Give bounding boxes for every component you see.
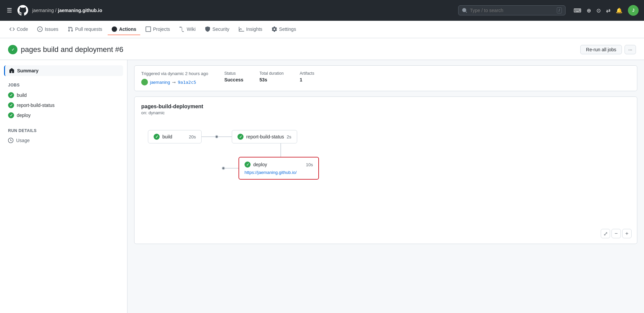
sidebar-job-report-build-status[interactable]: ✓ report-build-status bbox=[4, 100, 123, 110]
topbar-icons: ⌨ ⊕ ⊙ ⇄ 🔔 J bbox=[574, 5, 639, 16]
deploy-node-check: ✓ bbox=[245, 162, 251, 168]
duration-label: Total duration bbox=[260, 71, 284, 76]
terminal-icon[interactable]: ⌨ bbox=[574, 7, 581, 14]
sidebar: Summary Jobs ✓ build ✓ report-build-stat… bbox=[0, 60, 127, 313]
usage-label: Usage bbox=[16, 138, 30, 143]
report-node-time: 2s bbox=[287, 134, 291, 139]
rerun-all-jobs-button[interactable]: Re-run all jobs bbox=[580, 45, 622, 54]
report-node-label: report-build-status bbox=[246, 134, 284, 139]
vertical-connector bbox=[280, 143, 281, 157]
trigger-user-commit: jaemaning ⊸ 9a1a2c5 bbox=[141, 79, 208, 85]
main-layout: Summary Jobs ✓ build ✓ report-build-stat… bbox=[0, 60, 644, 313]
search-icon bbox=[462, 8, 467, 13]
repo-owner[interactable]: jaemaning bbox=[32, 8, 54, 13]
repo-name[interactable]: jaemaning.github.io bbox=[58, 8, 102, 13]
deploy-node-label: deploy bbox=[253, 162, 303, 167]
sidebar-summary-label: Summary bbox=[17, 68, 39, 73]
job-row-1: ✓ build 20s ✓ report-build-status 2s bbox=[148, 130, 630, 143]
tab-actions[interactable]: Actions bbox=[108, 24, 140, 35]
home-icon bbox=[9, 68, 14, 73]
jobs-section-title: Jobs bbox=[4, 81, 123, 89]
sidebar-job-build-label: build bbox=[17, 92, 27, 98]
nav-tabs: Code Issues Pull requests Actions Projec… bbox=[0, 21, 644, 38]
run-details-section: Run details Usage bbox=[4, 127, 123, 145]
pr-icon bbox=[68, 26, 73, 32]
tab-insights[interactable]: Insights bbox=[235, 24, 266, 35]
github-logo bbox=[17, 5, 28, 16]
sidebar-summary-item[interactable]: Summary bbox=[4, 65, 123, 76]
deploy-success-icon: ✓ bbox=[8, 112, 14, 118]
run-details-title: Run details bbox=[4, 127, 123, 134]
plus-menu-icon[interactable]: ⊕ bbox=[587, 7, 591, 14]
zoom-in-button[interactable]: + bbox=[622, 229, 632, 238]
workflow-graph-card: pages-build-deployment on: dynamic ✓ bui… bbox=[134, 97, 637, 244]
zoom-expand-button[interactable]: ⤢ bbox=[601, 229, 610, 238]
job-node-build[interactable]: ✓ build 20s bbox=[148, 130, 202, 143]
insights-icon bbox=[239, 26, 244, 32]
tab-security[interactable]: Security bbox=[201, 24, 233, 35]
build-node-label: build bbox=[162, 134, 186, 139]
trigger-text: Triggered via dynamic 2 hours ago bbox=[141, 71, 208, 76]
trigger-info: Triggered via dynamic 2 hours ago jaeman… bbox=[141, 71, 208, 85]
job-node-report-build-status[interactable]: ✓ report-build-status 2s bbox=[232, 130, 297, 143]
actions-icon bbox=[112, 26, 117, 32]
job-node-deploy[interactable]: ✓ deploy 10s https://jaemaning.github.io… bbox=[238, 157, 319, 180]
trigger-user-name[interactable]: jaemaning bbox=[150, 80, 170, 85]
zoom-controls: ⤢ − + bbox=[601, 229, 632, 238]
tab-code[interactable]: Code bbox=[5, 24, 32, 35]
sidebar-job-deploy-label: deploy bbox=[17, 113, 31, 118]
connector-dot-to-report bbox=[218, 136, 232, 137]
tab-settings[interactable]: Settings bbox=[268, 24, 300, 35]
search-container: / bbox=[458, 5, 566, 15]
clock-icon bbox=[8, 138, 13, 143]
connector-dot-deploy bbox=[222, 167, 225, 170]
notifications-icon[interactable]: 🔔 bbox=[616, 7, 623, 14]
build-node-time: 20s bbox=[189, 134, 196, 139]
settings-icon bbox=[272, 26, 277, 32]
report-build-status-success-icon: ✓ bbox=[8, 102, 14, 108]
page-header: ✓ pages build and deployment #6 Re-run a… bbox=[0, 38, 644, 60]
sidebar-job-report-label: report-build-status bbox=[17, 103, 55, 108]
connector-dot-mid bbox=[215, 135, 218, 138]
status-info: Status Success bbox=[224, 71, 244, 82]
artifacts-info: Artifacts 1 bbox=[300, 71, 314, 82]
search-input[interactable] bbox=[470, 8, 554, 13]
more-options-button[interactable]: ··· bbox=[625, 45, 636, 54]
status-success-icon: ✓ bbox=[8, 45, 17, 54]
workflow-name: pages-build-deployment bbox=[141, 104, 630, 110]
sidebar-job-build[interactable]: ✓ build bbox=[4, 90, 123, 100]
workflow-on: on: dynamic bbox=[141, 110, 630, 115]
hamburger-menu[interactable]: ☰ bbox=[5, 5, 13, 15]
deploy-node-time: 10s bbox=[306, 162, 313, 167]
tab-projects[interactable]: Projects bbox=[142, 24, 174, 35]
sidebar-job-deploy[interactable]: ✓ deploy bbox=[4, 110, 123, 120]
report-node-check: ✓ bbox=[237, 134, 244, 140]
deploy-link[interactable]: https://jaemaning.github.io/ bbox=[245, 170, 297, 175]
build-success-icon: ✓ bbox=[8, 92, 14, 98]
job-graph: ✓ build 20s ✓ report-build-status 2s bbox=[141, 123, 630, 186]
zoom-out-button[interactable]: − bbox=[611, 229, 621, 238]
page-title-container: ✓ pages build and deployment #6 bbox=[8, 45, 123, 54]
tab-wiki[interactable]: Wiki bbox=[175, 24, 200, 35]
sidebar-usage-item[interactable]: Usage bbox=[4, 136, 123, 145]
duration-value: 53s bbox=[260, 77, 284, 82]
page-header-actions: Re-run all jobs ··· bbox=[580, 45, 636, 54]
duration-info: Total duration 53s bbox=[260, 71, 284, 82]
connector-build-to-dot bbox=[202, 136, 215, 137]
pr-tracker-icon[interactable]: ⇄ bbox=[606, 7, 610, 14]
repo-breadcrumb: jaemaning / jaemaning.github.io bbox=[32, 8, 102, 13]
user-avatar[interactable]: J bbox=[628, 5, 639, 16]
deploy-node-header: ✓ deploy 10s bbox=[245, 162, 313, 168]
code-icon bbox=[9, 26, 15, 32]
search-box[interactable]: / bbox=[458, 5, 566, 15]
artifacts-label: Artifacts bbox=[300, 71, 314, 76]
tab-issues[interactable]: Issues bbox=[33, 24, 62, 35]
security-icon bbox=[205, 26, 210, 32]
issue-tracker-icon[interactable]: ⊙ bbox=[596, 7, 601, 14]
commit-hash[interactable]: 9a1a2c5 bbox=[178, 80, 196, 85]
tab-pull-requests[interactable]: Pull requests bbox=[64, 24, 106, 35]
projects-icon bbox=[146, 26, 151, 32]
artifacts-value: 1 bbox=[300, 77, 314, 82]
workflow-info-card: Triggered via dynamic 2 hours ago jaeman… bbox=[134, 65, 637, 91]
status-value: Success bbox=[224, 77, 244, 82]
